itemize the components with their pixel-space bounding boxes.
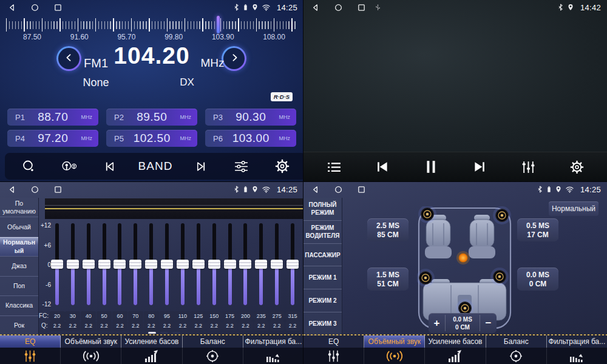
listening-mode-item[interactable]: РЕЖИМ 1	[304, 266, 342, 289]
eq-slider-handle[interactable]	[161, 260, 173, 269]
previous-track-icon[interactable]	[370, 155, 395, 179]
recents-icon[interactable]	[358, 4, 365, 12]
rear-right-delay-button[interactable]: 0.0 MS 0 CM	[517, 268, 558, 291]
eq-slider-handle[interactable]	[208, 260, 220, 269]
balance-icon[interactable]	[486, 348, 547, 364]
tab-eq[interactable]: EQ	[0, 335, 61, 348]
front-right-delay-button[interactable]: 0.5 MS 17 CM	[517, 218, 558, 241]
tab-audio-4[interactable]: Фильтрация ба...	[547, 335, 607, 348]
previous-station-icon[interactable]	[98, 154, 122, 178]
tab-audio-3[interactable]: Баланс	[486, 335, 547, 348]
eq-slider-handle[interactable]	[83, 260, 95, 269]
eq-slider-handle[interactable]	[255, 260, 267, 269]
eq-slider-track[interactable]	[243, 223, 247, 305]
eq-slider-track[interactable]	[149, 223, 153, 305]
surround-icon[interactable]	[364, 348, 425, 364]
eq-slider-handle[interactable]	[192, 260, 205, 269]
recents-icon[interactable]	[54, 4, 62, 12]
page-dot[interactable]	[148, 332, 156, 334]
bass-boost-icon[interactable]	[425, 348, 486, 364]
eq-slider-track[interactable]	[259, 223, 263, 305]
tab-audio-4[interactable]: Фильтрация ба...	[243, 335, 304, 348]
home-icon[interactable]	[334, 186, 342, 194]
page-dot[interactable]	[172, 332, 180, 334]
eq-slider-handle[interactable]	[224, 260, 236, 269]
playlist-icon[interactable]	[322, 155, 346, 179]
eq-preset-item[interactable]: По умолчанию	[0, 198, 38, 217]
preset-button-p6[interactable]: P6103.00MHz	[205, 130, 296, 147]
preset-button-p5[interactable]: P5102.50MHz	[106, 130, 197, 147]
bass-boost-icon[interactable]	[121, 348, 182, 364]
eq-slider-track[interactable]	[197, 223, 200, 305]
frequency-scale[interactable]	[6, 18, 297, 32]
broadcast-dx-icon[interactable]	[57, 154, 81, 178]
eq-slider-track[interactable]	[71, 223, 75, 305]
eq-slider-track[interactable]	[165, 223, 169, 305]
next-track-icon[interactable]	[467, 155, 492, 179]
eq-slider-handle[interactable]	[271, 260, 283, 269]
eq-preset-item[interactable]: Обычай	[0, 217, 38, 237]
scan-search-icon[interactable]	[16, 154, 41, 178]
home-icon[interactable]	[31, 186, 39, 194]
eq-slider-track[interactable]	[87, 223, 90, 305]
home-icon[interactable]	[31, 4, 39, 12]
eq-sliders-icon[interactable]	[0, 348, 61, 364]
delay-plus-button[interactable]: +	[429, 317, 445, 329]
tab-audio-3[interactable]: Баланс	[183, 335, 243, 348]
eq-slider-handle[interactable]	[239, 260, 251, 269]
tab-audio-2[interactable]: Усиление басов	[425, 335, 486, 348]
eq-slider-track[interactable]	[55, 223, 59, 305]
preset-button-p3[interactable]: P390.30MHz	[205, 109, 296, 126]
surround-icon[interactable]	[61, 348, 121, 364]
eq-slider-track[interactable]	[181, 223, 185, 305]
front-left-delay-button[interactable]: 2.5 MS 85 CM	[367, 218, 409, 241]
eq-slider-handle[interactable]	[98, 260, 110, 269]
back-icon[interactable]	[8, 4, 16, 12]
tab-audio-2[interactable]: Усиление басов	[121, 335, 182, 348]
eq-preset-item[interactable]: Нормальный	[0, 237, 38, 257]
balance-icon[interactable]	[183, 348, 243, 364]
home-icon[interactable]	[334, 4, 342, 12]
delay-preset-button[interactable]: Нормальный	[549, 201, 599, 216]
preset-button-p1[interactable]: P188.70MHz	[7, 109, 98, 126]
tab-audio-1[interactable]: Объёмный звук	[364, 335, 425, 348]
eq-slider-handle[interactable]	[67, 260, 79, 269]
settings-gear-icon[interactable]	[270, 154, 294, 178]
filter-icon[interactable]	[547, 348, 607, 364]
listening-mode-item[interactable]: РЕЖИМ 3	[304, 312, 342, 335]
eq-slider-track[interactable]	[118, 223, 121, 305]
listening-mode-item[interactable]: ПОЛНЫЙ РЕЖИМ	[304, 198, 342, 221]
eq-slider-handle[interactable]	[177, 260, 189, 269]
recents-icon[interactable]	[358, 186, 365, 194]
eq-slider-track[interactable]	[212, 223, 216, 305]
preset-button-p2[interactable]: P289.50MHz	[106, 109, 197, 126]
eq-slider-track[interactable]	[275, 223, 279, 305]
tab-audio-1[interactable]: Объёмный звук	[61, 335, 121, 348]
listening-mode-item[interactable]: ПАССАЖИР	[304, 244, 342, 267]
eq-slider-handle[interactable]	[287, 260, 299, 269]
eq-slider-handle[interactable]	[145, 260, 157, 269]
eq-preset-item[interactable]: Рок	[0, 316, 38, 335]
eq-slider-handle[interactable]	[129, 260, 141, 269]
preset-button-p4[interactable]: P497.20MHz	[7, 130, 98, 147]
next-station-icon[interactable]	[189, 154, 213, 178]
listening-mode-item[interactable]: РЕЖИМ 2	[304, 289, 342, 312]
eq-preset-item[interactable]: Классика	[0, 296, 38, 315]
eq-sliders-icon[interactable]	[304, 348, 364, 364]
eq-preset-item[interactable]: Поп	[0, 277, 38, 296]
eq-slider-handle[interactable]	[114, 260, 126, 269]
back-icon[interactable]	[311, 186, 319, 194]
pause-icon[interactable]	[419, 155, 443, 179]
listening-mode-item[interactable]: РЕЖИМ ВОДИТЕЛЯ	[304, 221, 342, 244]
settings-gear-icon[interactable]	[565, 155, 589, 179]
back-icon[interactable]	[8, 186, 16, 194]
band-button[interactable]: BAND	[138, 160, 173, 173]
page-dot[interactable]	[160, 332, 168, 334]
eq-slider-track[interactable]	[228, 223, 232, 305]
eq-slider-track[interactable]	[103, 223, 106, 305]
eq-slider-handle[interactable]	[51, 260, 63, 269]
filter-icon[interactable]	[243, 348, 304, 364]
eq-slider-track[interactable]	[134, 223, 137, 305]
eq-preset-item[interactable]: Джаз	[0, 257, 38, 276]
equalizer-icon[interactable]	[516, 155, 540, 179]
